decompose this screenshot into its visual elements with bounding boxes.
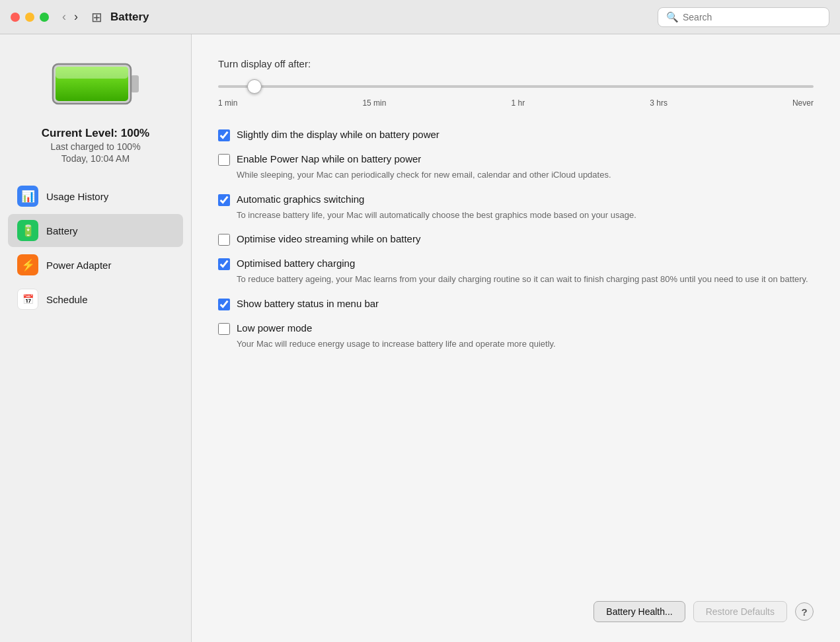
sidebar-item-usage-history[interactable]: 📊 Usage History: [8, 180, 183, 213]
option-power-nap: Enable Power Nap while on battery power …: [218, 153, 814, 182]
option-label-low-power: Low power mode: [237, 322, 312, 334]
option-label-show-status: Show battery status in menu bar: [237, 298, 379, 309]
option-label-auto-graphics: Automatic graphics switching: [237, 194, 364, 205]
battery-time: Today, 10:04 AM: [42, 153, 149, 164]
checkbox-dim-display[interactable]: [218, 129, 230, 141]
close-button[interactable]: [11, 13, 20, 22]
option-main-lowpower: Low power mode: [218, 322, 814, 335]
checkbox-optimised-charging-input[interactable]: [218, 258, 230, 270]
option-main-autographics: Automatic graphics switching: [218, 194, 814, 206]
option-desc-low-power: Your Mac will reduce energy usage to inc…: [237, 338, 814, 351]
restore-defaults-button[interactable]: Restore Defaults: [693, 601, 787, 622]
grid-icon: ⊞: [91, 9, 102, 25]
sidebar-item-battery[interactable]: 🔋 Battery: [8, 214, 183, 247]
battery-health-button[interactable]: Battery Health...: [593, 601, 685, 622]
main-area: Current Level: 100% Last charged to 100%…: [0, 34, 840, 642]
battery-graphic: [50, 54, 142, 114]
option-label-dim-display: Slightly dim the display while on batter…: [237, 129, 439, 140]
slider-label-3hrs: 3 hrs: [650, 98, 668, 108]
svg-rect-3: [56, 67, 128, 79]
search-icon: 🔍: [666, 11, 679, 23]
sidebar-nav: 📊 Usage History 🔋 Battery ⚡ Power Adapte…: [0, 180, 191, 317]
option-desc-optimised-charging: To reduce battery ageing, your Mac learn…: [237, 273, 814, 286]
option-video-streaming: Optimise video streaming while on batter…: [218, 233, 814, 246]
svg-rect-1: [131, 75, 139, 92]
slider-track[interactable]: [218, 79, 814, 94]
checkbox-power-nap-input[interactable]: [218, 154, 230, 166]
battery-level: Current Level: 100%: [42, 127, 149, 140]
checkbox-show-status[interactable]: [218, 299, 230, 310]
slider-label-1min: 1 min: [218, 98, 237, 108]
option-dim-display: Slightly dim the display while on batter…: [218, 129, 814, 141]
maximize-button[interactable]: [40, 13, 49, 22]
slider-label-1hr: 1 hr: [511, 98, 525, 108]
sidebar-item-power-adapter[interactable]: ⚡ Power Adapter: [8, 248, 183, 281]
battery-charged: Last charged to 100%: [42, 141, 149, 152]
option-main-charging: Optimised battery charging: [218, 258, 814, 270]
nav-arrows: ‹ ›: [59, 10, 81, 24]
checkbox-auto-graphics[interactable]: [218, 194, 230, 206]
checkbox-auto-graphics-input[interactable]: [218, 194, 230, 206]
battery-info: Current Level: 100% Last charged to 100%…: [42, 127, 149, 164]
checkbox-video-streaming[interactable]: [218, 234, 230, 246]
sidebar-item-label-schedule: Schedule: [46, 294, 88, 305]
checkbox-dim-display-input[interactable]: [218, 129, 230, 141]
bottom-bar: Battery Health... Restore Defaults ?: [218, 583, 814, 622]
option-auto-graphics: Automatic graphics switching To increase…: [218, 194, 814, 222]
option-low-power: Low power mode Your Mac will reduce ener…: [218, 322, 814, 351]
option-label-power-nap: Enable Power Nap while on battery power: [237, 153, 421, 164]
sidebar-item-label: Usage History: [46, 191, 108, 202]
checkbox-optimised-charging[interactable]: [218, 258, 230, 270]
option-label-video-streaming: Optimise video streaming while on batter…: [237, 233, 420, 244]
sidebar-item-schedule[interactable]: 📅 Schedule: [8, 283, 183, 316]
option-main-video: Optimise video streaming while on batter…: [218, 233, 814, 246]
checkbox-low-power[interactable]: [218, 323, 230, 335]
battery-icon-container: [50, 54, 142, 116]
usage-history-icon: 📊: [17, 186, 38, 207]
checkbox-video-streaming-input[interactable]: [218, 234, 230, 246]
search-bar[interactable]: 🔍: [658, 7, 829, 27]
option-main-status: Show battery status in menu bar: [218, 298, 814, 310]
slider-labels: 1 min 15 min 1 hr 3 hrs Never: [218, 98, 814, 108]
display-off-slider[interactable]: [218, 85, 814, 88]
content-panel: Turn display off after: 1 min 15 min 1 h…: [192, 34, 840, 642]
search-input[interactable]: [683, 12, 821, 22]
forward-button[interactable]: ›: [71, 10, 81, 24]
titlebar: ‹ › ⊞ Battery 🔍: [0, 0, 840, 34]
checkbox-power-nap[interactable]: [218, 154, 230, 166]
slider-label-15min: 15 min: [362, 98, 386, 108]
option-show-status: Show battery status in menu bar: [218, 298, 814, 310]
power-adapter-icon: ⚡: [17, 254, 38, 275]
slider-section: Turn display off after: 1 min 15 min 1 h…: [218, 58, 814, 108]
options-list: Slightly dim the display while on batter…: [218, 129, 814, 362]
schedule-icon: 📅: [17, 289, 38, 310]
option-main-powernap: Enable Power Nap while on battery power: [218, 153, 814, 166]
window-controls: [11, 13, 49, 22]
minimize-button[interactable]: [25, 13, 34, 22]
back-button[interactable]: ‹: [59, 10, 69, 24]
option-optimised-charging: Optimised battery charging To reduce bat…: [218, 258, 814, 286]
help-button[interactable]: ?: [795, 602, 814, 621]
option-desc-auto-graphics: To increase battery life, your Mac will …: [237, 209, 814, 222]
option-main: Slightly dim the display while on batter…: [218, 129, 814, 141]
option-desc-power-nap: While sleeping, your Mac can periodicall…: [237, 168, 814, 182]
sidebar-item-label-battery: Battery: [46, 225, 78, 236]
checkbox-low-power-input[interactable]: [218, 323, 230, 335]
option-label-optimised-charging: Optimised battery charging: [237, 258, 355, 269]
checkbox-show-status-input[interactable]: [218, 299, 230, 310]
slider-label-never: Never: [792, 98, 814, 108]
sidebar: Current Level: 100% Last charged to 100%…: [0, 34, 192, 642]
battery-nav-icon: 🔋: [17, 220, 38, 241]
sidebar-item-label-power: Power Adapter: [46, 260, 111, 271]
page-title: Battery: [110, 11, 658, 24]
slider-label: Turn display off after:: [218, 58, 814, 69]
